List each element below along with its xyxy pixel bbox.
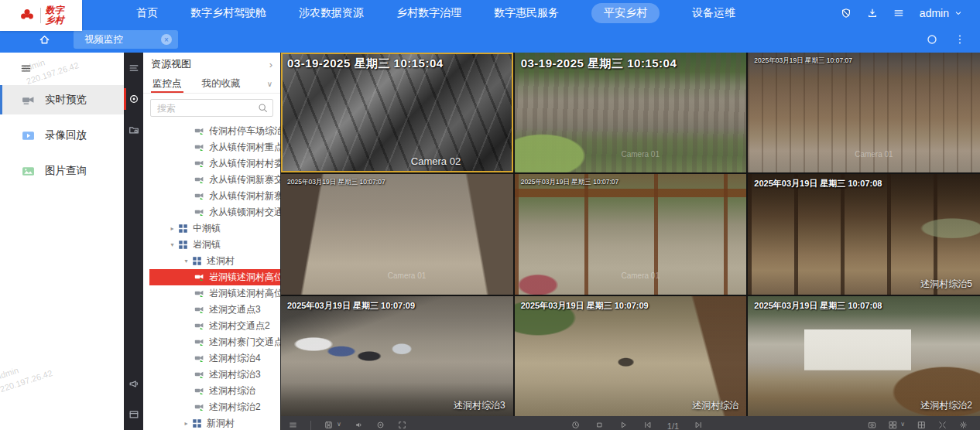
- expander-open-icon[interactable]: ▾: [180, 258, 192, 264]
- tree-node-camera[interactable]: 永从镇传洞新寨交通点: [143, 172, 280, 188]
- tree-node-camera[interactable]: 永从镇顿洞村交通点: [143, 204, 280, 220]
- tree-camera-icon: [194, 207, 204, 217]
- tree-node-camera[interactable]: 述洞交通点3: [143, 302, 280, 318]
- tree-node-camera[interactable]: 述洞村综治: [143, 383, 280, 399]
- stop-icon[interactable]: [595, 421, 604, 429]
- tab-video-monitoring[interactable]: 视频监控 ×: [74, 30, 178, 49]
- strip-window-icon[interactable]: [124, 399, 143, 430]
- brand-emblem-icon: [19, 7, 36, 24]
- camera-watermark: Camera 01: [388, 271, 426, 280]
- tree-node-camera[interactable]: 述洞村综治2: [143, 399, 280, 415]
- nav-item-2[interactable]: 数字乡村驾驶舱: [190, 3, 266, 23]
- tree-node-camera[interactable]: 永从镇传洞村新寨综治: [143, 188, 280, 204]
- tree-node-camera[interactable]: 述洞村综治4: [143, 350, 280, 367]
- left-sidebar: admin220.197.26.42 admin220.197.26.42 实时…: [0, 53, 124, 430]
- tree-node-camera[interactable]: 永从镇传洞村村委会综: [143, 155, 280, 172]
- playback-icon: [22, 129, 35, 142]
- grid-single-icon[interactable]: [917, 421, 926, 429]
- tree-node-group[interactable]: ▸新洞村: [143, 415, 280, 430]
- play-icon[interactable]: [619, 421, 628, 429]
- nav-item-6[interactable]: 平安乡村: [591, 3, 660, 23]
- video-cell-4[interactable]: 2025年03月19日 星期三 10:07:07Camera 01: [281, 174, 513, 294]
- tabs-caret-down-icon[interactable]: ∨: [267, 80, 272, 88]
- tree-node-label: 述洞交通点3: [209, 303, 261, 316]
- menu-icon[interactable]: [289, 421, 297, 429]
- camera-name-label: 述洞村综治2: [920, 399, 972, 412]
- fullscreen-cell-icon[interactable]: [398, 421, 406, 429]
- tree-node-group[interactable]: ▾述洞村: [143, 253, 280, 269]
- grid-layout-icon[interactable]: [889, 421, 897, 429]
- tree-node-label: 岩洞镇述洞村高位监控: [209, 287, 280, 300]
- tree-node-camera[interactable]: 述洞村综治3: [143, 367, 280, 383]
- nav-item-4[interactable]: 乡村数字治理: [396, 3, 461, 23]
- tree-camera-icon: [194, 321, 204, 331]
- user-menu[interactable]: admin: [920, 7, 963, 19]
- expander-closed-icon[interactable]: ▸: [166, 225, 178, 232]
- prev-page-icon[interactable]: [643, 421, 652, 429]
- tree-camera-icon: [194, 159, 204, 169]
- sidebar-item-2[interactable]: 录像回放: [0, 121, 124, 150]
- download-icon[interactable]: [867, 8, 878, 19]
- sidebar-item-3[interactable]: 图片查询: [0, 156, 124, 186]
- video-timestamp: 2025年03月19日 星期三 10:07:08: [754, 178, 882, 189]
- kebab-icon[interactable]: [954, 33, 966, 46]
- video-cell-5[interactable]: 2025年03月19日 星期三 10:07:07Camera 01: [515, 174, 747, 294]
- sidebar-collapse-icon[interactable]: [20, 63, 32, 74]
- resource-tab-1[interactable]: 监控点: [152, 74, 182, 93]
- expand-icon[interactable]: [938, 421, 947, 429]
- target-icon[interactable]: [376, 421, 385, 429]
- resource-tab-2[interactable]: 我的收藏: [202, 74, 241, 93]
- nav-item-3[interactable]: 涉农数据资源: [299, 3, 364, 23]
- tab-close-icon[interactable]: ×: [161, 34, 172, 45]
- snapshot-icon[interactable]: [868, 421, 876, 429]
- caret-down-icon[interactable]: ∨: [900, 421, 905, 428]
- nav-item-5[interactable]: 数字惠民服务: [494, 3, 559, 23]
- tree-node-camera[interactable]: 岩洞镇述洞村高位监控: [149, 269, 280, 285]
- video-cell-1[interactable]: 03-19-2025 星期三 10:15:04Camera 02: [281, 53, 513, 172]
- settings-icon[interactable]: [959, 421, 968, 429]
- tree-camera-icon: [194, 386, 204, 396]
- home-icon[interactable]: [39, 34, 50, 46]
- camera-name-label: Camera 02: [411, 155, 461, 167]
- expander-open-icon[interactable]: ▾: [166, 241, 178, 248]
- expander-closed-icon[interactable]: ▸: [180, 420, 192, 427]
- tree-node-group[interactable]: ▸中潮镇: [143, 220, 280, 237]
- save-layout-icon[interactable]: [324, 421, 333, 429]
- search-input[interactable]: [150, 99, 273, 117]
- tree-node-camera[interactable]: 传洞村停车场综治点: [143, 123, 280, 139]
- collapse-panel-icon[interactable]: ›: [269, 59, 272, 70]
- video-cell-6[interactable]: 2025年03月19日 星期三 10:07:08述洞村综治5: [748, 174, 980, 294]
- audio-icon[interactable]: [355, 421, 363, 429]
- camera-name-label: 述洞村综治5: [920, 278, 972, 291]
- strip-list-icon[interactable]: [124, 53, 143, 84]
- video-cell-8[interactable]: 2025年03月19日 星期三 10:07:09述洞村综治: [515, 296, 747, 416]
- camera-tree: 传洞村停车场综治点永从镇传洞村重点户综永从镇传洞村村委会综永从镇传洞新寨交通点永…: [143, 121, 280, 430]
- tree-node-camera[interactable]: 述洞村寨门交通点: [143, 334, 280, 350]
- nav-item-7[interactable]: 设备运维: [692, 3, 735, 23]
- menu-icon[interactable]: [893, 8, 904, 19]
- video-cell-9[interactable]: 2025年03月19日 星期三 10:07:08述洞村综治2: [748, 296, 980, 416]
- sidebar-item-1[interactable]: 实时预览: [0, 85, 124, 114]
- tree-node-group[interactable]: ▾岩洞镇: [143, 237, 280, 253]
- group-icon: [192, 256, 202, 266]
- tree-camera-icon: [194, 370, 204, 380]
- video-cell-2[interactable]: 03-19-2025 星期三 10:15:04Camera 01: [515, 53, 747, 172]
- search-icon[interactable]: [258, 103, 268, 113]
- tree-node-camera[interactable]: 永从镇传洞村重点户综: [143, 139, 280, 155]
- strip-folder-gear-icon[interactable]: [124, 114, 143, 145]
- caret-down-icon[interactable]: ∨: [337, 421, 341, 428]
- topbar-actions: admin: [841, 7, 963, 19]
- nav-item-1[interactable]: 首页: [136, 3, 158, 23]
- video-cell-7[interactable]: 2025年03月19日 星期三 10:07:09述洞村综治3: [281, 296, 513, 416]
- next-page-icon[interactable]: [694, 421, 703, 429]
- strip-megaphone-icon[interactable]: [124, 368, 143, 399]
- shield-icon[interactable]: [841, 8, 852, 19]
- tree-node-label: 述洞村综治2: [209, 401, 261, 414]
- clock-icon[interactable]: [571, 421, 580, 429]
- strip-monitor-target-icon[interactable]: [124, 84, 143, 114]
- tree-node-camera[interactable]: 述洞村交通点2: [143, 318, 280, 334]
- tree-node-camera[interactable]: 岩洞镇述洞村高位监控: [143, 285, 280, 302]
- main-menu: 首页数字乡村驾驶舱涉农数据资源乡村数字治理数字惠民服务平安乡村设备运维: [136, 3, 735, 23]
- video-cell-3[interactable]: 2025年03月19日 星期三 10:07:07Camera 01: [748, 53, 980, 172]
- refresh-icon[interactable]: [926, 33, 938, 46]
